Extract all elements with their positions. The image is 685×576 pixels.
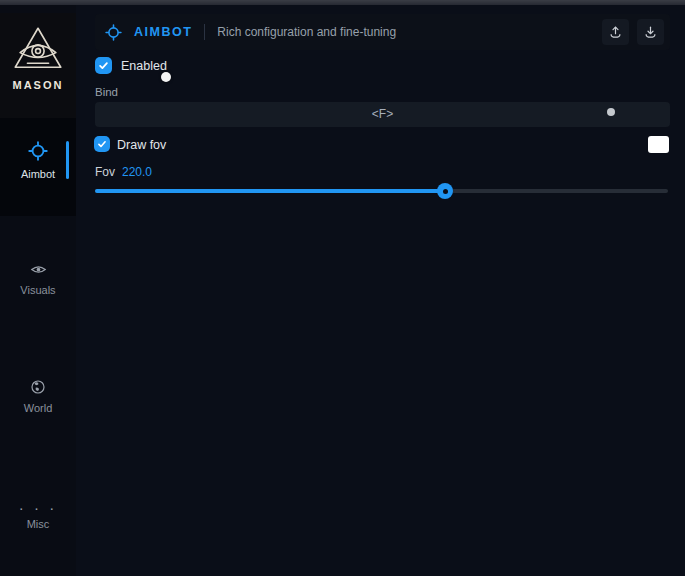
crosshair-icon: [105, 24, 122, 41]
ellipsis-icon: · · ·: [0, 499, 76, 517]
bind-value: <F>: [372, 107, 393, 121]
crosshair-icon: [0, 141, 76, 165]
page-title: AIMBOT: [134, 25, 192, 39]
sidebar-item-visuals[interactable]: Visuals: [0, 253, 76, 313]
active-indicator: [66, 141, 69, 179]
import-config-button[interactable]: [637, 19, 664, 45]
header-divider: [204, 24, 205, 40]
page-subtitle: Rich configuration and fine-tuning: [217, 25, 396, 39]
bind-indicator-dot: [607, 108, 615, 116]
sidebar-item-aimbot[interactable]: Aimbot: [0, 118, 76, 216]
fov-label-row: Fov 220.0: [95, 165, 152, 179]
download-icon: [643, 25, 658, 40]
export-config-button[interactable]: [602, 19, 629, 45]
mouse-cursor-dot: [161, 72, 171, 82]
sidebar-item-label: Visuals: [0, 284, 76, 296]
eye-icon: [0, 261, 76, 282]
draw-fov-checkbox[interactable]: [94, 136, 110, 152]
fov-color-swatch[interactable]: [648, 136, 669, 153]
top-edge-strip: [0, 0, 685, 5]
sidebar-item-misc[interactable]: · · · Misc: [0, 489, 76, 549]
brand: MASON: [0, 13, 76, 118]
fov-slider-fill: [95, 189, 445, 193]
enabled-label: Enabled: [121, 59, 167, 73]
globe-icon: [0, 379, 76, 399]
bind-label: Bind: [95, 86, 118, 98]
fov-value: 220.0: [122, 165, 152, 179]
fov-slider-handle[interactable]: [437, 183, 453, 199]
app-window: MASON Aimbot Visuals: [0, 0, 685, 576]
enabled-checkbox[interactable]: [95, 57, 112, 74]
fov-label: Fov: [95, 165, 115, 179]
check-icon: [98, 60, 109, 71]
sidebar-item-world[interactable]: World: [0, 371, 76, 431]
mason-logo-icon: [12, 25, 64, 77]
sidebar-item-label: Aimbot: [0, 168, 76, 180]
sidebar-item-label: World: [0, 402, 76, 414]
fov-slider[interactable]: [95, 183, 668, 198]
brand-name: MASON: [0, 79, 76, 91]
check-icon: [97, 139, 107, 149]
bind-input[interactable]: <F>: [95, 102, 670, 127]
draw-fov-label: Draw fov: [117, 138, 166, 152]
header-bar: AIMBOT Rich configuration and fine-tunin…: [95, 14, 670, 50]
sidebar-item-label: Misc: [0, 518, 76, 530]
sidebar: MASON Aimbot Visuals: [0, 5, 76, 576]
upload-icon: [608, 25, 623, 40]
